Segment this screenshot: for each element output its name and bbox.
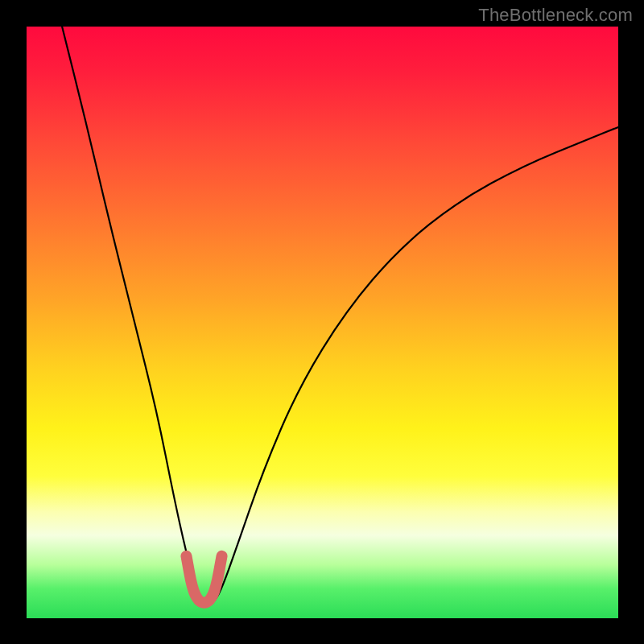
chart-frame: TheBottleneck.com [0,0,644,644]
optimal-zone-marker [186,556,221,603]
plot-area [27,27,618,618]
chart-svg [27,27,618,618]
watermark-text: TheBottleneck.com [478,5,633,26]
bottleneck-curve [62,27,618,604]
